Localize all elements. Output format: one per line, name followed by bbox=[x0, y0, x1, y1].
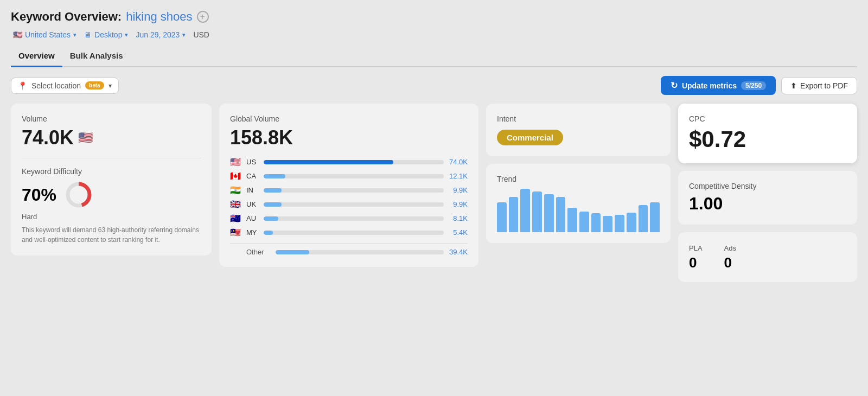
trend-bar bbox=[627, 213, 636, 232]
volume-card: Volume 74.0K 🇺🇸 Keyword Difficulty 70% H… bbox=[11, 104, 212, 256]
date-chevron-icon: ▾ bbox=[182, 31, 186, 39]
volume-divider bbox=[22, 158, 201, 158]
us-flag-icon: 🇺🇸 bbox=[13, 30, 22, 39]
location-select-label: Select location bbox=[31, 81, 81, 90]
country-code: CA bbox=[246, 172, 259, 180]
trend-bar bbox=[567, 208, 577, 232]
country-code: UK bbox=[246, 200, 259, 208]
cpc-card: CPC $0.72 bbox=[678, 104, 857, 163]
currency-label: USD bbox=[193, 30, 209, 39]
middle-column: Intent Commercial Trend bbox=[486, 104, 671, 243]
country-bar bbox=[264, 188, 444, 193]
country-code: MY bbox=[246, 228, 259, 237]
trend-bar bbox=[532, 191, 542, 232]
keyword-difficulty-section: Keyword Difficulty 70% Hard This keyword… bbox=[22, 167, 201, 245]
kd-header: Keyword Difficulty bbox=[22, 167, 201, 176]
cpc-value: $0.72 bbox=[689, 126, 846, 152]
country-count: 5.4K bbox=[448, 228, 468, 237]
country-bar-fill bbox=[264, 160, 393, 164]
cards-grid: Volume 74.0K 🇺🇸 Keyword Difficulty 70% H… bbox=[11, 104, 857, 282]
metrics-counter: 5/250 bbox=[741, 81, 766, 90]
list-item: 🇮🇳 IN 9.9K bbox=[230, 185, 468, 195]
location-chevron-icon: ▾ bbox=[73, 31, 76, 39]
trend-label: Trend bbox=[497, 175, 660, 183]
date-filter[interactable]: Jun 29, 2023 ▾ bbox=[133, 29, 188, 40]
country-flag-icon: 🇲🇾 bbox=[230, 227, 242, 238]
add-keyword-icon[interactable]: + bbox=[197, 11, 209, 23]
ads-item: Ads 0 bbox=[724, 244, 736, 271]
pla-ads-card: PLA 0 Ads 0 bbox=[678, 232, 857, 282]
location-filter[interactable]: 🇺🇸 United States ▾ bbox=[11, 29, 79, 40]
list-item: 🇨🇦 CA 12.1K bbox=[230, 171, 468, 181]
tab-bulk-analysis[interactable]: Bulk Analysis bbox=[62, 47, 131, 67]
cpc-label: CPC bbox=[689, 114, 846, 123]
location-label: United States bbox=[25, 30, 71, 39]
volume-label: Volume bbox=[22, 114, 201, 123]
country-flag-icon: 🇮🇳 bbox=[230, 185, 242, 195]
other-bar-fill bbox=[276, 250, 309, 254]
pin-icon: 📍 bbox=[18, 81, 27, 90]
export-label: Export to PDF bbox=[800, 81, 848, 90]
trend-bar bbox=[579, 212, 589, 232]
tab-overview[interactable]: Overview bbox=[11, 47, 62, 67]
beta-badge: beta bbox=[85, 81, 104, 90]
volume-value: 74.0K 🇺🇸 bbox=[22, 126, 201, 149]
trend-bar bbox=[556, 197, 566, 232]
kd-donut-chart bbox=[64, 180, 93, 209]
global-volume-value: 158.8K bbox=[230, 126, 468, 149]
location-select-dropdown[interactable]: 📍 Select location beta ▾ bbox=[11, 78, 119, 94]
right-column: CPC $0.72 Competitive Density 1.00 PLA 0… bbox=[678, 104, 857, 282]
country-code: IN bbox=[246, 186, 259, 194]
country-bar-fill bbox=[264, 188, 282, 193]
country-count: 74.0K bbox=[448, 158, 468, 166]
device-chevron-icon: ▾ bbox=[125, 31, 128, 39]
country-count: 9.9K bbox=[448, 200, 468, 208]
location-select-chevron-icon: ▾ bbox=[108, 82, 112, 90]
ads-value: 0 bbox=[724, 254, 736, 271]
global-volume-card: Global Volume 158.8K 🇺🇸 US 74.0K 🇨🇦 CA 1… bbox=[219, 104, 478, 267]
toolbar-row: 📍 Select location beta ▾ ↻ Update metric… bbox=[11, 76, 857, 95]
country-flag-icon: 🇬🇧 bbox=[230, 199, 242, 209]
other-count: 39.4K bbox=[448, 248, 468, 256]
refresh-icon: ↻ bbox=[671, 80, 678, 91]
other-bar bbox=[276, 250, 444, 254]
country-bar-fill bbox=[264, 231, 273, 235]
list-item: 🇦🇺 AU 8.1K bbox=[230, 213, 468, 223]
trend-bars-chart bbox=[497, 189, 660, 232]
list-item: 🇺🇸 US 74.0K bbox=[230, 157, 468, 167]
other-row: Other 39.4K bbox=[230, 243, 468, 256]
country-list: 🇺🇸 US 74.0K 🇨🇦 CA 12.1K 🇮🇳 IN 9.9K 🇬🇧 UK bbox=[230, 157, 468, 238]
country-bar-fill bbox=[264, 174, 285, 178]
intent-label: Intent bbox=[497, 114, 660, 123]
country-bar bbox=[264, 174, 444, 178]
list-item: 🇬🇧 UK 9.9K bbox=[230, 199, 468, 209]
kd-difficulty-label: Hard bbox=[22, 213, 201, 221]
pla-value: 0 bbox=[689, 254, 703, 271]
country-flag-icon: 🇺🇸 bbox=[230, 157, 242, 167]
export-pdf-button[interactable]: ⬆ Export to PDF bbox=[781, 77, 857, 94]
country-count: 8.1K bbox=[448, 214, 468, 222]
competitive-density-value: 1.00 bbox=[689, 194, 846, 214]
device-label: Desktop bbox=[94, 30, 122, 39]
trend-bar bbox=[544, 194, 554, 232]
page-header: Keyword Overview: hiking shoes + bbox=[11, 10, 857, 24]
trend-card: Trend bbox=[486, 164, 671, 243]
trend-bar bbox=[509, 197, 519, 232]
pla-item: PLA 0 bbox=[689, 244, 703, 271]
country-bar-fill bbox=[264, 216, 278, 221]
page-title-query: hiking shoes bbox=[126, 10, 192, 24]
trend-bar bbox=[603, 216, 612, 232]
country-bar bbox=[264, 160, 444, 164]
trend-bar bbox=[615, 215, 624, 232]
update-metrics-button[interactable]: ↻ Update metrics 5/250 bbox=[661, 76, 776, 95]
global-volume-label: Global Volume bbox=[230, 114, 468, 123]
tabs: Overview Bulk Analysis bbox=[11, 47, 857, 67]
trend-bar bbox=[520, 189, 530, 232]
other-label: Other bbox=[246, 248, 271, 256]
page-title-keyword: Keyword Overview: bbox=[11, 10, 122, 24]
intent-card: Intent Commercial bbox=[486, 104, 671, 156]
country-flag-icon: 🇨🇦 bbox=[230, 171, 242, 181]
country-bar bbox=[264, 231, 444, 235]
update-metrics-label: Update metrics bbox=[682, 81, 737, 90]
device-filter[interactable]: 🖥 Desktop ▾ bbox=[82, 29, 130, 40]
